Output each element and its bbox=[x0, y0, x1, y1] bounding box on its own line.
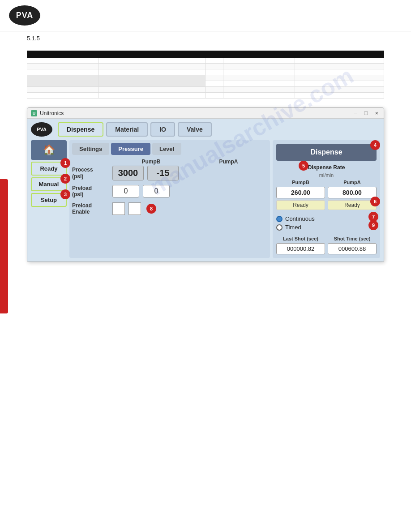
shot-time-value: 000600.88 bbox=[328, 243, 377, 254]
radio-section: Continuous 7 Timed 9 bbox=[276, 214, 377, 232]
shot-time-value-col: 000600.88 bbox=[328, 243, 377, 254]
preload-pump-b-input[interactable]: 0 bbox=[112, 185, 139, 197]
pump-a-header: PumpA bbox=[219, 159, 238, 165]
last-shot-label: Last Shot (sec) bbox=[283, 236, 318, 241]
process-pump-b-value: 3000 bbox=[112, 166, 144, 180]
right-panel: Dispense 4 Dispense Rate 5 ml/min bbox=[273, 140, 380, 258]
shot-time-label: Shot Time (sec) bbox=[334, 236, 371, 241]
shot-section: Last Shot (sec) Shot Time (sec) 000000.8… bbox=[276, 236, 377, 254]
version-label: 5.1.5 bbox=[27, 35, 411, 42]
shot-time-col: Shot Time (sec) bbox=[328, 236, 377, 241]
dispense-rate-section: Dispense Rate 5 ml/min PumpB 260.00 Read… bbox=[276, 164, 377, 210]
last-shot-value: 000000.82 bbox=[276, 243, 325, 254]
pump-a-col-label: PumpA bbox=[343, 180, 361, 185]
dispense-btn-container: Dispense 4 bbox=[276, 144, 377, 161]
pump-b-col: PumpB 260.00 Ready bbox=[276, 180, 325, 210]
table-row bbox=[27, 87, 384, 93]
setup-btn-container: Setup 3 bbox=[31, 193, 67, 207]
page-header: PVA bbox=[0, 0, 411, 31]
manual-btn-container: Manual 2 bbox=[31, 177, 67, 191]
table-row bbox=[27, 75, 384, 81]
shot-values-row: 000000.82 000600.88 bbox=[276, 243, 377, 254]
tab-valve[interactable]: Valve bbox=[178, 122, 212, 137]
pump-a-status-container: Ready 6 bbox=[328, 200, 377, 210]
table-row bbox=[27, 58, 384, 64]
timed-radio[interactable] bbox=[276, 224, 283, 231]
badge-9: 9 bbox=[368, 220, 378, 230]
app-window-section: U Unitronics − □ × PVA Dispense Materi bbox=[27, 107, 384, 262]
table-col5-header bbox=[295, 51, 384, 58]
sub-tab-settings[interactable]: Settings bbox=[72, 143, 109, 155]
red-side-decoration bbox=[0, 179, 8, 313]
maximize-button[interactable]: □ bbox=[363, 110, 370, 116]
data-table-section bbox=[27, 51, 384, 99]
window-titlebar: U Unitronics − □ × bbox=[27, 108, 384, 119]
minimize-button[interactable]: − bbox=[352, 110, 359, 116]
preload-enable-checkbox-a[interactable] bbox=[128, 202, 141, 215]
last-shot-col: Last Shot (sec) bbox=[276, 236, 325, 241]
badge-4: 4 bbox=[370, 140, 380, 150]
badge-5: 5 bbox=[299, 161, 308, 171]
rate-label-container: Dispense Rate 5 bbox=[276, 164, 377, 172]
preload-enable-row: PreloadEnable 8 bbox=[72, 202, 267, 215]
table-row bbox=[27, 93, 384, 99]
pva-logo: PVA bbox=[9, 5, 40, 26]
preload-enable-label: PreloadEnable bbox=[72, 202, 112, 215]
preload-pump-a-input[interactable]: 0 bbox=[143, 185, 170, 197]
app-icon: U bbox=[31, 110, 37, 116]
timed-radio-row: Timed 9 bbox=[276, 224, 377, 231]
dispense-button[interactable]: Dispense bbox=[276, 144, 377, 161]
table-row bbox=[27, 69, 384, 75]
top-nav: PVA Dispense Material IO Valve bbox=[31, 122, 380, 137]
tab-io[interactable]: IO bbox=[150, 122, 175, 137]
pump-b-rate-value: 260.00 bbox=[276, 187, 325, 198]
rate-unit-label: ml/min bbox=[276, 172, 377, 178]
pump-b-col-label: PumpB bbox=[292, 180, 309, 185]
preload-enable-checkbox-b[interactable] bbox=[112, 202, 125, 215]
app-window: U Unitronics − □ × PVA Dispense Materi bbox=[27, 107, 384, 262]
pump-b-header: PumpB bbox=[142, 159, 161, 165]
table-row bbox=[27, 64, 384, 69]
tab-material[interactable]: Material bbox=[106, 122, 148, 137]
continuous-label: Continuous bbox=[285, 215, 315, 222]
pump-b-status: Ready bbox=[276, 200, 325, 210]
close-button[interactable]: × bbox=[373, 110, 380, 116]
preload-row: Preload(psi) 0 0 bbox=[72, 185, 267, 198]
table-col1-header bbox=[27, 51, 98, 58]
app-logo: PVA bbox=[31, 122, 52, 137]
timed-label: Timed bbox=[285, 224, 301, 231]
sub-tab-pressure[interactable]: Pressure bbox=[111, 143, 150, 155]
pump-rate-columns: PumpB 260.00 Ready PumpA 800.00 bbox=[276, 180, 377, 210]
home-icon: 🏠 bbox=[43, 144, 55, 156]
pump-a-status: Ready bbox=[328, 200, 377, 210]
pump-a-rate-value: 800.00 bbox=[328, 187, 377, 198]
center-panel: Settings Pressure Level PumpB PumpA bbox=[69, 140, 270, 258]
ready-btn-container: Ready 1 bbox=[31, 162, 67, 176]
dispense-rate-label: Dispense Rate bbox=[276, 164, 377, 171]
window-title: U Unitronics bbox=[31, 110, 64, 116]
shot-labels-row: Last Shot (sec) Shot Time (sec) bbox=[276, 236, 377, 241]
continuous-radio-row: Continuous 7 bbox=[276, 215, 377, 222]
process-label: Process(psi) bbox=[72, 167, 112, 180]
badge-2: 2 bbox=[60, 174, 70, 184]
badge-3: 3 bbox=[60, 189, 70, 199]
left-sidebar: 🏠 Ready 1 Manual 2 bbox=[31, 140, 67, 258]
badge-8: 8 bbox=[146, 204, 156, 214]
sub-tab-level[interactable]: Level bbox=[152, 143, 181, 155]
badge-1: 1 bbox=[60, 158, 70, 168]
badge-6: 6 bbox=[370, 197, 380, 206]
table-col4-header bbox=[223, 51, 295, 58]
sub-tabs: Settings Pressure Level bbox=[72, 143, 267, 155]
continuous-radio[interactable] bbox=[276, 216, 283, 222]
table-col2-header bbox=[98, 51, 206, 58]
pump-b-status-container: Ready bbox=[276, 200, 325, 210]
pump-column-headers: PumpB PumpA bbox=[72, 159, 267, 165]
window-controls[interactable]: − □ × bbox=[352, 110, 380, 116]
home-button[interactable]: 🏠 bbox=[31, 140, 67, 160]
preload-label: Preload(psi) bbox=[72, 185, 112, 198]
data-table bbox=[27, 51, 384, 99]
window-title-text: Unitronics bbox=[40, 110, 64, 116]
table-col3-header bbox=[206, 51, 223, 58]
app-content: PVA Dispense Material IO Valve 🏠 bbox=[27, 119, 384, 262]
tab-dispense[interactable]: Dispense bbox=[58, 122, 103, 137]
